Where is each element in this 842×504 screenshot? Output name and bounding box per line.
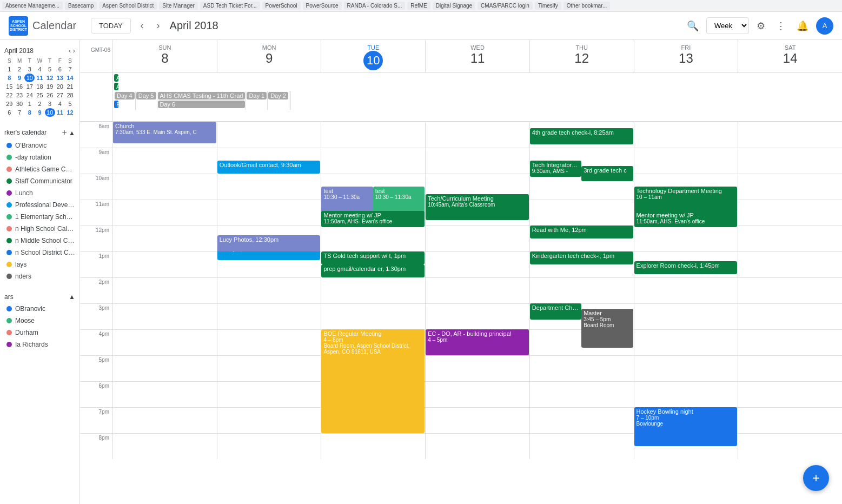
mini-cal-day[interactable]: 6: [55, 65, 65, 74]
timed-event[interactable]: TS Gold tech support w/ t, 1pm: [321, 251, 425, 264]
mini-cal-day[interactable]: 10: [24, 74, 35, 82]
tab-6[interactable]: PowerSchool: [262, 2, 301, 10]
timed-event[interactable]: Hockey Bowling night7 – 10pm Bowlounge: [634, 407, 738, 446]
sidebar-calendar-item[interactable]: -day rotation: [0, 151, 79, 163]
timed-event[interactable]: prep gmail/calendar er, 1:30pm: [321, 264, 425, 277]
sidebar-calendar-item[interactable]: n School District Cale...: [0, 247, 79, 258]
timed-event[interactable]: Master3:45 – 5pm Board Room: [581, 309, 633, 348]
mini-cal-day[interactable]: 4: [55, 100, 65, 108]
tab-5[interactable]: ASD Tech Ticket For...: [200, 2, 260, 10]
collapse-icon[interactable]: ▲: [69, 129, 75, 137]
timed-event[interactable]: EC - DO, AR - building principal4 – 5pm: [426, 329, 529, 355]
add-calendar-button[interactable]: +: [62, 128, 67, 137]
tab-12[interactable]: Timesify: [535, 2, 561, 10]
tab-4[interactable]: Site Manager: [159, 2, 197, 10]
tab-1[interactable]: Absence Manageme...: [2, 2, 63, 10]
mini-cal-day[interactable]: 11: [35, 74, 45, 82]
mini-cal-day[interactable]: 10: [45, 108, 55, 117]
timed-event[interactable]: 3rd grade tech c: [581, 166, 633, 181]
allday-event[interactable]: Day 4: [115, 92, 135, 100]
prev-period-button[interactable]: ‹: [137, 18, 147, 34]
mini-cal-day[interactable]: 14: [65, 74, 75, 82]
allday-event[interactable]: AHS CMAS Testing - 11th Grad: [158, 92, 246, 100]
sidebar-calendar-item[interactable]: Durham: [0, 327, 79, 339]
next-period-button[interactable]: ›: [154, 18, 163, 34]
sidebar-calendar-item[interactable]: Professional Develop...: [0, 199, 79, 211]
sidebar-calendar-item[interactable]: lays: [0, 258, 79, 270]
timed-event[interactable]: Outlook/Gmail contact, 9:30am: [217, 161, 321, 174]
mini-cal-day[interactable]: 28: [65, 91, 75, 100]
allday-event[interactable]: Day 1: [247, 92, 267, 100]
timed-event[interactable]: Tech Integrator meeting...9:30am, AMS -: [530, 161, 581, 177]
create-event-fab[interactable]: +: [803, 465, 829, 491]
tab-3[interactable]: Aspen School District: [99, 2, 157, 10]
mini-cal-day[interactable]: 1: [4, 65, 15, 74]
day-number[interactable]: 14: [740, 51, 840, 67]
sidebar-calendar-item[interactable]: Lunch: [0, 187, 79, 199]
sidebar-calendar-item[interactable]: n Middle School Cale...: [0, 235, 79, 247]
view-selector[interactable]: Week Day Month: [706, 17, 749, 34]
time-scroll-area[interactable]: 8am9am10am11am12pm1pm2pm3pm4pm5pm6pm7pm8…: [80, 122, 842, 504]
mini-cal-day[interactable]: 7: [65, 65, 75, 74]
mini-cal-day[interactable]: 6: [4, 108, 15, 117]
sidebar-calendar-item[interactable]: OBranovic: [0, 303, 79, 315]
timed-event[interactable]: Technology Department Meeting10 – 11am: [634, 187, 738, 213]
mini-cal-day[interactable]: 9: [35, 108, 45, 117]
timed-event[interactable]: Read with Me, 12pm: [530, 226, 633, 238]
allday-event[interactable]: Day 6: [158, 101, 246, 108]
notification-button[interactable]: 🔔: [793, 17, 812, 35]
sidebar-calendar-item[interactable]: Moose: [0, 315, 79, 327]
mini-cal-next[interactable]: ›: [73, 47, 75, 55]
settings-button[interactable]: ⚙: [753, 17, 768, 35]
timed-event[interactable]: Explorer Room check-i, 1:45pm: [634, 261, 738, 274]
mini-cal-day[interactable]: 24: [24, 91, 35, 100]
mini-cal-day[interactable]: 21: [65, 82, 75, 91]
mini-cal-day[interactable]: 9: [15, 74, 25, 82]
day-number[interactable]: 13: [637, 51, 736, 67]
sidebar-calendar-item[interactable]: Staff Communicator: [0, 175, 79, 187]
mini-cal-day[interactable]: 18: [35, 82, 45, 91]
day-number[interactable]: 8: [115, 51, 215, 67]
tab-7[interactable]: PowerSource: [303, 2, 342, 10]
my-calendar-header[interactable]: rker's calendar + ▲: [0, 125, 79, 140]
day-number[interactable]: 9: [220, 51, 319, 67]
allday-event[interactable]: Day 2: [268, 92, 288, 100]
mini-cal-prev[interactable]: ‹: [69, 47, 71, 55]
mini-cal-day[interactable]: 12: [65, 108, 75, 117]
other-calendars-header[interactable]: ars ▲: [0, 291, 79, 303]
timed-event[interactable]: Department Chair, 3:30pm: [530, 303, 581, 320]
timed-event[interactable]: Tech/Curriculum Meeting10:45am, Anita's …: [426, 194, 529, 220]
day-number[interactable]: 12: [532, 51, 632, 67]
day-number[interactable]: 10: [363, 51, 383, 70]
tab-9[interactable]: RefME: [407, 2, 430, 10]
mini-cal-day[interactable]: 29: [4, 100, 15, 108]
tab-8[interactable]: RANDA - Colorado S...: [344, 2, 406, 10]
sidebar-calendar-item[interactable]: nders: [0, 270, 79, 282]
timed-event[interactable]: Mentor meeting w/ JP11:50am, AHS- Evan's…: [634, 211, 738, 227]
timed-event[interactable]: Kindergarten tech check-i, 1pm: [530, 251, 633, 264]
allday-event-spanning[interactable]: Pat, Mary Ellen, Kate and E visit, 12:30…: [114, 101, 118, 108]
mini-cal-day[interactable]: 12: [45, 74, 55, 82]
mini-cal-day[interactable]: 2: [35, 100, 45, 108]
mini-cal-day[interactable]: 3: [24, 65, 35, 74]
mini-cal-day[interactable]: 5: [45, 65, 55, 74]
mini-cal-day[interactable]: 8: [4, 74, 15, 82]
mini-cal-day[interactable]: 2: [15, 65, 25, 74]
today-button[interactable]: TODAY: [91, 18, 131, 34]
timed-event[interactable]: test10:30 – 11:30a: [373, 187, 425, 213]
mini-cal-day[interactable]: 4: [35, 65, 45, 74]
allday-event[interactable]: AMS CMAS Testing: [114, 83, 118, 90]
timed-event[interactable]: BOE Regular Meeting4 – 8pm Board Room, A…: [321, 329, 425, 433]
allday-event[interactable]: Day 5: [136, 92, 156, 100]
grid-button[interactable]: ⋮: [773, 17, 789, 35]
sidebar-calendar-item[interactable]: Ia Richards: [0, 339, 79, 350]
day-number[interactable]: 11: [428, 51, 527, 67]
timed-event[interactable]: Lucy Photos, 12:30pm: [217, 235, 321, 251]
sidebar-calendar-item[interactable]: Athletics Game Calen...: [0, 163, 79, 175]
mini-cal-day[interactable]: 11: [55, 108, 65, 117]
tab-2[interactable]: Basecamp: [65, 2, 97, 10]
mini-cal-day[interactable]: 22: [4, 91, 15, 100]
mini-cal-day[interactable]: 25: [35, 91, 45, 100]
other-calendars-collapse-icon[interactable]: ▲: [69, 293, 75, 301]
mini-cal-day[interactable]: 27: [55, 91, 65, 100]
